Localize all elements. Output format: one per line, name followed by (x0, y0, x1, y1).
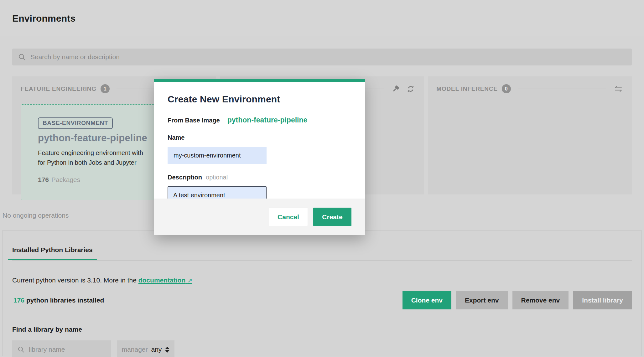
remove-env-button[interactable]: Remove env (512, 291, 569, 309)
environment-name-input[interactable] (168, 147, 267, 164)
documentation-link[interactable]: documentation ↗ (138, 277, 192, 284)
manager-select-value: any (151, 346, 162, 353)
find-library-label: Find a library by name (12, 326, 632, 333)
base-image-label: From Base Image (168, 117, 220, 124)
page-title: Environments (12, 13, 75, 24)
description-field-label: Descriptionoptional (168, 174, 351, 181)
modal-accent-bar (154, 79, 365, 82)
search-icon (18, 53, 26, 61)
optional-hint: optional (206, 174, 228, 181)
create-button[interactable]: Create (313, 208, 351, 226)
python-version-line: Current python version is 3.10. More in … (12, 277, 632, 284)
page-header: Environments (0, 0, 644, 37)
environment-search-input[interactable] (30, 49, 626, 65)
external-link-icon: ↗ (187, 277, 192, 284)
manager-select-label: manager (122, 346, 148, 353)
panel-model-inference-header: MODEL INFERENCE 0 (436, 83, 623, 95)
modal-footer: Cancel Create (154, 199, 365, 235)
environment-count-badge: 0 (502, 84, 511, 93)
manager-select[interactable]: manager any (117, 340, 174, 357)
library-search-bar[interactable] (12, 340, 111, 357)
environment-count-badge: 1 (101, 84, 110, 93)
libraries-installed-count-line: 176 python libraries installed (13, 297, 104, 304)
create-environment-modal: Create New Environment From Base Image p… (154, 79, 365, 235)
tab-installed-python-libraries[interactable]: Installed Python Libraries (8, 246, 97, 260)
environment-action-buttons: Clone env Export env Remove env Install … (402, 291, 632, 309)
hammer-icon[interactable] (391, 84, 400, 94)
panel-header-actions (391, 84, 415, 94)
cancel-button[interactable]: Cancel (269, 208, 308, 226)
base-environment-tag: BASE-ENVIRONMENT (38, 117, 113, 129)
base-image-value: python-feature-pipeline (227, 116, 308, 124)
search-icon (17, 346, 25, 353)
base-image-row: From Base Image python-feature-pipeline (168, 116, 351, 124)
panel-model-inference: MODEL INFERENCE 0 (428, 76, 632, 194)
swap-arrows-icon[interactable] (613, 84, 623, 94)
libraries-toolbar: 176 python libraries installed Clone env… (12, 291, 632, 309)
packages-count: 176 (38, 176, 49, 183)
environment-search-section (0, 37, 644, 65)
environment-search-bar[interactable] (12, 49, 632, 65)
name-field-label: Name (168, 134, 351, 141)
clone-env-button[interactable]: Clone env (402, 291, 451, 309)
header-divider (518, 89, 606, 89)
installed-libraries-panel: Installed Python Libraries Current pytho… (3, 230, 641, 356)
panel-title: FEATURE ENGINEERING (21, 85, 96, 92)
install-library-button[interactable]: Install library (573, 291, 632, 309)
chevron-up-down-icon (165, 347, 169, 353)
library-search-input[interactable] (29, 340, 106, 357)
export-env-button[interactable]: Export env (456, 291, 508, 309)
packages-label: Packages (51, 176, 80, 183)
libraries-installed-count: 176 (13, 297, 24, 304)
modal-title: Create New Environment (168, 94, 351, 105)
panel-header-actions (613, 84, 623, 94)
find-library-controls: manager any (12, 340, 632, 357)
sync-icon[interactable] (406, 84, 415, 94)
modal-body: Create New Environment From Base Image p… (154, 82, 365, 204)
panel-title: MODEL INFERENCE (436, 85, 497, 92)
